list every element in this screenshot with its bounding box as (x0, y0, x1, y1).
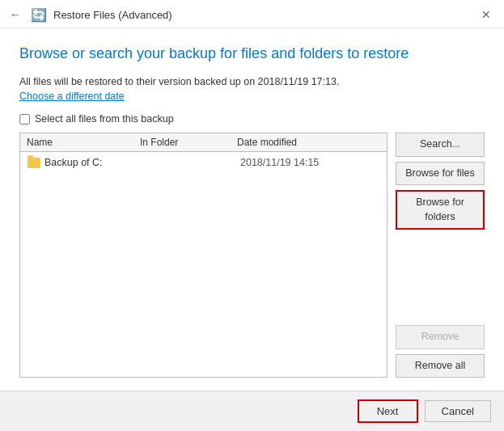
window-icon: 🔄 (31, 6, 47, 23)
window-title: Restore Files (Advanced) (53, 9, 172, 21)
search-button[interactable]: Search... (396, 133, 485, 157)
info-text: All files will be restored to their vers… (19, 76, 485, 87)
close-button[interactable]: ✕ (478, 6, 494, 23)
back-button[interactable]: ← (10, 8, 21, 21)
col-header-name: Name (27, 137, 140, 148)
side-button-panel: Search... Browse for files Browse for fo… (396, 133, 485, 378)
file-date: 2018/11/19 14:15 (240, 157, 380, 168)
choose-date-link[interactable]: Choose a different date (19, 91, 485, 102)
remove-button[interactable]: Remove (396, 325, 485, 349)
main-area: Name In Folder Date modified Backup of C… (19, 133, 485, 378)
bottom-bar: Next Cancel (0, 391, 504, 431)
file-name: Backup of C: (44, 157, 143, 168)
cancel-button[interactable]: Cancel (425, 400, 491, 422)
table-header: Name In Folder Date modified (20, 133, 387, 152)
remove-all-button[interactable]: Remove all (396, 354, 485, 378)
folder-icon (27, 156, 41, 169)
file-list: Backup of C: 2018/11/19 14:15 (20, 152, 387, 377)
select-all-row: Select all files from this backup (19, 113, 485, 125)
page-heading: Browse or search your backup for files a… (19, 44, 485, 63)
table-row[interactable]: Backup of C: 2018/11/19 14:15 (20, 154, 387, 171)
file-panel: Name In Folder Date modified Backup of C… (19, 133, 388, 378)
col-header-folder: In Folder (140, 137, 237, 148)
browse-files-button[interactable]: Browse for files (396, 162, 485, 186)
title-bar: ← 🔄 Restore Files (Advanced) ✕ (0, 0, 504, 28)
next-button[interactable]: Next (358, 399, 418, 423)
col-header-date: Date modified (237, 137, 380, 148)
browse-folders-button[interactable]: Browse for folders (396, 190, 485, 230)
main-content: Browse or search your backup for files a… (0, 28, 504, 391)
select-all-label[interactable]: Select all files from this backup (35, 113, 174, 125)
select-all-checkbox[interactable] (19, 114, 30, 125)
